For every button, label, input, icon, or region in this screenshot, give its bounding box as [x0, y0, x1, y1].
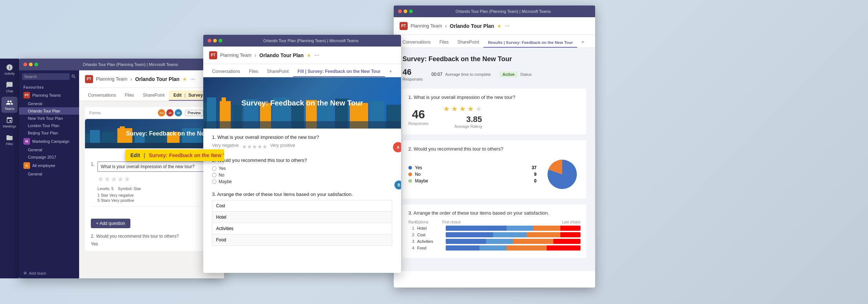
survey-q3: 3. Arrange the order of these tour items… [212, 192, 392, 246]
team-planning-teams[interactable]: PT Planning Teams [19, 90, 79, 100]
radio-maybe-circle [212, 179, 216, 184]
tab3-files[interactable]: Files [435, 37, 453, 48]
option-maybe: Maybe [219, 179, 232, 184]
edit-keyword: Edit [130, 152, 140, 158]
rank-result-row: 1 Hotel [408, 226, 580, 231]
rank-bar-segment [533, 226, 560, 231]
channel-newyork[interactable]: New York Tour Plan [19, 115, 79, 122]
survey-banner: Survey: Feedback on the New Tour [203, 77, 401, 129]
results-survey-title: Survey: Feedback on the New Tour [403, 55, 586, 63]
maximize-dot[interactable] [34, 63, 38, 66]
status-label: Status [520, 72, 531, 77]
q1-stars[interactable]: ★★★★★ [242, 143, 267, 150]
minimize-dot3[interactable] [404, 10, 407, 13]
pie-legend: Yes 37 No 9 Maybe 0 [408, 164, 537, 185]
marketing-icon: M [23, 138, 30, 145]
tab3-add[interactable]: + [577, 37, 589, 48]
channel-orlando[interactable]: Orlando Tour Plan [19, 107, 79, 115]
fill-view-area: Survey: Feedback on the New Tour 1. What… [203, 77, 401, 259]
channel-mkt-general[interactable]: General [19, 146, 79, 153]
rank-bar-segment [527, 232, 560, 237]
star-icon2[interactable]: ★ [307, 52, 311, 58]
tab-conversations[interactable]: Conversations [84, 90, 120, 101]
planning-teams-icon: PT [23, 92, 30, 99]
rank-num: 4 [408, 246, 414, 250]
sidebar-item-files[interactable]: Files [1, 132, 18, 148]
tab2-conversations[interactable]: Conversations [208, 67, 245, 77]
radio-no[interactable]: No [212, 173, 392, 178]
window3-team-badge: PT [400, 22, 408, 30]
rank-bar [446, 239, 580, 244]
more-options-icon[interactable]: ··· [190, 76, 195, 82]
tab3-sharepoint[interactable]: SharePoint [453, 37, 483, 48]
window1-channel-name: Orlando Tour Plan [135, 76, 179, 82]
rank-header-num: Rank [408, 220, 414, 224]
close-dot2[interactable] [208, 39, 211, 42]
legend-maybe-label: Maybe [415, 178, 428, 183]
channel-search-input[interactable] [22, 73, 70, 80]
sidebar-item-teams[interactable]: Teams [1, 97, 18, 113]
tab2-add[interactable]: + [385, 67, 396, 77]
more-icon3[interactable]: ··· [505, 23, 509, 29]
survey-q1-rating: Very negative ★★★★★ Very positive [212, 143, 392, 150]
legend-no: No 9 [408, 172, 537, 177]
minimize-dot2[interactable] [213, 39, 217, 42]
allemployee-icon: A [23, 162, 30, 169]
tab3-results-survey[interactable]: Results | Survey: Feedback on the New To… [483, 38, 577, 48]
tab2-files[interactable]: Files [245, 67, 263, 77]
legend-no-count: 9 [534, 172, 537, 177]
avatar-float-1: A [392, 141, 401, 153]
close-dot[interactable] [23, 63, 27, 66]
radio-yes[interactable]: Yes [212, 166, 392, 171]
channel-beijing[interactable]: Beijing Tour Plan [19, 129, 79, 137]
tab3-conversations[interactable]: Conversations [398, 37, 435, 48]
star-icon[interactable]: ★ [182, 76, 187, 82]
rating-details: 46 Responses ★ ★ ★ ★ ★ 3.85 Average Ra [408, 104, 580, 129]
window1-main: PT Planning Team › Orlando Tour Plan ★ ·… [79, 70, 224, 278]
star-icon3[interactable]: ★ [497, 23, 502, 29]
marketing-label: Marketing Campaign [32, 139, 70, 144]
tab2-fill-survey[interactable]: Fill | Survey: Feedback on the New Tour [293, 67, 385, 77]
status-badge: Active [500, 71, 518, 77]
sidebar-item-meetings[interactable]: Meetings [1, 114, 18, 130]
team-marketing[interactable]: M Marketing Campaign [19, 137, 79, 146]
window3-topbar: PT Planning Team › Orlando Tour Plan ★ ·… [394, 17, 595, 35]
teams-app-sidebar: Activity Chat Teams Meetings Files [0, 59, 19, 278]
channel-general-label: General [28, 101, 42, 106]
rank-result-header: Rank Options First choice Last choice [408, 220, 580, 224]
rank-num: 3 [408, 239, 414, 244]
add-team-button[interactable]: ⊕ Add team [19, 268, 79, 278]
tab-files[interactable]: Files [120, 90, 138, 101]
rank-result-row: 2 Cost [408, 232, 580, 237]
rank-bar-segment [493, 232, 527, 237]
maximize-dot2[interactable] [219, 39, 222, 42]
team-allemployee[interactable]: A All employee [19, 161, 79, 170]
channel-london-label: London Tour Plan [28, 123, 59, 128]
minimize-dot[interactable] [29, 63, 33, 66]
tab-sharepoint[interactable]: SharePoint [138, 90, 169, 101]
sidebar-item-chat[interactable]: Chat [1, 79, 18, 95]
window2-tabs: Conversations Files SharePoint Fill | Su… [203, 64, 401, 77]
channel-general[interactable]: General [19, 100, 79, 107]
teams-channel-panel: Favourites PT Planning Teams General Orl… [19, 70, 224, 278]
preview-button[interactable]: Preview [185, 110, 203, 116]
add-question-button[interactable]: + Add question [91, 219, 130, 228]
avg-time: 00:07 [431, 72, 442, 77]
radio-maybe[interactable]: Maybe [212, 179, 392, 184]
pie-chart [544, 156, 580, 193]
close-dot3[interactable] [398, 10, 402, 13]
svg-rect-28 [203, 121, 401, 129]
forms-label: Forms [89, 111, 101, 115]
channel-section-favourites: Favourites PT Planning Teams General Orl… [19, 83, 79, 179]
radio-no-circle [212, 173, 216, 177]
rank-bar-segment [446, 239, 486, 244]
channel-london[interactable]: London Tour Plan [19, 122, 79, 129]
survey-q1-text: 1. What is your overall impression of th… [212, 134, 392, 140]
sidebar-item-activity[interactable]: Activity [1, 62, 18, 78]
tab2-sharepoint[interactable]: SharePoint [263, 67, 293, 77]
channel-compaign2017[interactable]: Compaign 2017 [19, 153, 79, 161]
maximize-dot3[interactable] [409, 10, 413, 13]
channel-emp-general[interactable]: General [19, 170, 79, 178]
meta-responses: 46 Responses [403, 67, 423, 81]
more-icon2[interactable]: ··· [314, 52, 319, 59]
